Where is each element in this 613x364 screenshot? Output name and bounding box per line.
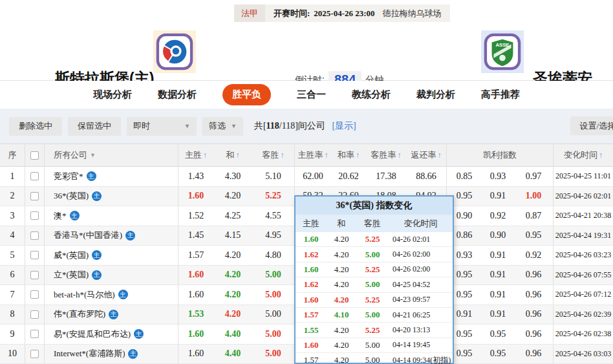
tab-data-analysis[interactable]: 数据分析 <box>158 89 197 101</box>
header-company[interactable]: 所有公司▼ <box>44 144 178 166</box>
popup-header-draw: 和 <box>327 218 356 230</box>
change-time: 2025-04-26 03:23 <box>553 246 613 265</box>
kelly-lose: 0.95 <box>514 226 553 246</box>
popup-odds-draw: 4.20 <box>327 264 356 275</box>
row-seq: 8 <box>0 305 25 325</box>
tab-expert-recommend[interactable]: 高手推荐 <box>481 89 520 101</box>
odds-lose: 5.00 <box>252 305 294 325</box>
company-cell[interactable]: 竞彩官*主 <box>44 167 178 186</box>
company-cell[interactable]: 香港马*(中国香港)主 <box>44 226 178 246</box>
popup-change-time: 04-20 13:13 <box>389 325 453 335</box>
popup-odds-lose: 5.00 <box>356 340 389 350</box>
row-checkbox[interactable] <box>30 290 39 299</box>
host-badge-icon: 主 <box>134 329 144 339</box>
company-cell[interactable]: 易*(安提瓜和巴布达)主 <box>44 325 178 344</box>
host-badge-icon: 主 <box>70 211 80 220</box>
popup-odds-lose: 5.00 <box>356 250 389 260</box>
company-cell[interactable]: bet-at-h*(马尔他)主 <box>44 285 178 305</box>
popup-row: 1.574.205.0004-14 09:34(初指) <box>296 353 453 364</box>
venue-name: 德拉梅纳乌球场 <box>383 8 442 19</box>
row-checkbox[interactable] <box>30 271 39 279</box>
row-checkbox[interactable] <box>30 192 39 200</box>
row-checkbox[interactable] <box>30 350 39 358</box>
odds-change-popup: 36*(英国) 指数变化 主胜 和 客胜 变化时间 1.604.205.2504… <box>294 195 454 364</box>
header-draw-rate[interactable]: 和率↑ <box>331 144 366 166</box>
row-checkbox[interactable] <box>30 251 39 259</box>
change-time: 2025-04-26 02:39 <box>553 305 613 325</box>
instant-dropdown[interactable]: 即时 ▼ <box>127 117 197 136</box>
kelly-lose: 0.97 <box>514 167 553 186</box>
company-cell[interactable]: Interwet*(塞浦路斯)主 <box>44 345 178 364</box>
row-checkbox[interactable] <box>30 172 39 180</box>
company-cell[interactable]: 36*(英国)主 <box>44 187 178 206</box>
table-row[interactable]: 1竞彩官*主1.434.305.1062.0020.6217.3888.660.… <box>0 167 613 187</box>
header-draw[interactable]: 和↑ <box>213 144 252 166</box>
popup-odds-win: 1.60 <box>296 295 327 305</box>
row-checkbox-cell <box>25 246 44 265</box>
sort-up-icon: ↑ <box>438 151 442 160</box>
change-time: 2025-04-26 07:55 <box>553 266 613 285</box>
header-kelly: 凯利指数 <box>446 144 553 166</box>
instant-dropdown-value: 即时 <box>133 120 150 132</box>
change-time: 2025-04-26 02:01 <box>553 187 613 206</box>
tab-three-in-one[interactable]: 三合一 <box>297 89 326 101</box>
settings-select-button[interactable]: 设置/选择 <box>570 116 613 135</box>
header-lose-rate[interactable]: 客胜率↑ <box>366 144 406 166</box>
change-time: 2025-04-26 02:38 <box>553 325 613 344</box>
odds-draw: 4.20 <box>213 285 252 305</box>
kelly-lose: 0.96 <box>514 345 553 364</box>
odds-lose: 4.55 <box>252 206 294 226</box>
select-all-checkbox[interactable] <box>30 151 39 160</box>
popup-odds-draw: 4.20 <box>327 279 356 290</box>
sort-up-icon: ↑ <box>356 151 360 160</box>
row-seq: 10 <box>0 345 25 364</box>
header-win[interactable]: 主胜↑ <box>178 144 213 166</box>
row-seq: 1 <box>0 167 25 186</box>
host-badge-icon: 主 <box>92 250 102 260</box>
row-checkbox[interactable] <box>30 211 39 220</box>
company-cell[interactable]: 伟*(直布罗陀)主 <box>44 305 178 325</box>
header-change-time[interactable]: 变化时间↑ <box>553 144 613 166</box>
header-win-rate[interactable]: 主胜率↑ <box>294 144 331 166</box>
popup-row: 1.604.205.0004-14 19:45 <box>296 338 453 353</box>
tab-win-draw-lose[interactable]: 胜平负 <box>222 84 271 105</box>
popup-odds-lose: 5.25 <box>356 325 389 336</box>
kelly-win: 0.85 <box>446 167 482 186</box>
row-checkbox[interactable] <box>30 310 39 319</box>
delete-selected-button[interactable]: 删除选中 <box>9 117 62 136</box>
kelly-draw: 0.95 <box>482 325 514 344</box>
odds-lose: 5.00 <box>252 266 294 285</box>
odds-lose: 4.80 <box>252 246 294 265</box>
odds-draw: 4.40 <box>213 345 252 364</box>
row-checkbox[interactable] <box>30 231 39 240</box>
sort-up-icon: ↑ <box>236 151 240 160</box>
popup-change-time: 04-14 19:45 <box>389 340 453 350</box>
odds-draw: 4.20 <box>213 187 252 206</box>
keep-selected-button[interactable]: 保留选中 <box>68 117 121 136</box>
kelly-lose: 0.87 <box>514 206 553 226</box>
popup-row: 1.624.205.0004-26 02:00 <box>296 247 453 262</box>
kelly-draw: 0.91 <box>482 246 514 265</box>
popup-change-time: 04-26 02:00 <box>389 264 453 274</box>
filter-dropdown[interactable]: 筛选 ▼ <box>202 117 243 136</box>
draw-rate: 20.62 <box>331 167 366 186</box>
tab-live-analysis[interactable]: 现场分析 <box>93 89 132 101</box>
host-badge-icon: 主 <box>118 290 128 299</box>
header-lose[interactable]: 客胜↑ <box>252 144 294 166</box>
company-cell[interactable]: 澳*主 <box>44 206 178 226</box>
sort-up-icon: ↑ <box>203 151 207 160</box>
popup-row: 1.624.205.0004-25 04:52 <box>296 277 453 292</box>
company-cell[interactable]: 立*(英国)主 <box>44 266 178 285</box>
odds-draw: 4.15 <box>213 226 252 246</box>
tab-coach-analysis[interactable]: 教练分析 <box>352 89 391 101</box>
row-checkbox[interactable] <box>30 330 39 338</box>
tab-referee-analysis[interactable]: 裁判分析 <box>416 89 455 101</box>
show-link[interactable]: [显示] <box>332 121 356 131</box>
popup-row: 1.574.105.0004-21 06:25 <box>296 308 453 323</box>
popup-odds-win: 1.62 <box>296 250 327 260</box>
company-cell[interactable]: 威*(英国)主 <box>44 246 178 265</box>
odds-lose: 5.00 <box>252 345 294 364</box>
row-checkbox-cell <box>25 167 44 186</box>
header-return-rate[interactable]: 返还率↑ <box>406 144 446 166</box>
popup-odds-lose: 5.00 <box>356 279 389 290</box>
